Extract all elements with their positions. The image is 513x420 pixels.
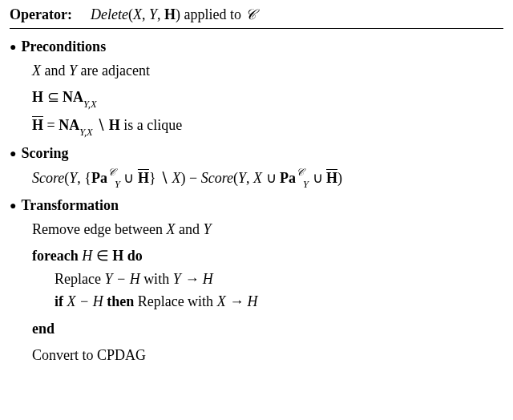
applied-to: applied to [184, 6, 240, 22]
score-pa-sub2: Y [303, 179, 309, 190]
score-y2: Y [238, 170, 246, 186]
precond2-h: H [32, 89, 43, 105]
kw-do: do [123, 248, 143, 264]
score-close2: ) [337, 170, 342, 186]
if-cond: X − H [67, 293, 103, 309]
transform-remove-edge: Remove edge between X and Y [32, 219, 503, 240]
kw-foreach: foreach [32, 248, 82, 264]
precond3-eq: = [43, 117, 59, 133]
transform-if: if X − H then Replace with X → H [55, 291, 503, 313]
bullet-icon: ● [10, 42, 16, 53]
score-pa2: Pa [280, 170, 296, 186]
replace1-pre: Replace [55, 271, 104, 287]
transformation-label: Transformation [21, 197, 119, 214]
operator-label: Operator: [10, 6, 72, 22]
score-pa-sup1 [107, 167, 115, 178]
precond2-sub: Y,X [83, 99, 97, 110]
score2: Score [201, 170, 233, 186]
precondition-1: X and Y are adjacent [32, 60, 503, 82]
bullet-icon: ● [10, 148, 16, 160]
transform-foreach: foreach H ∈ H do [32, 245, 503, 267]
foreach-hbold: H [112, 248, 123, 264]
precond1-x: X [32, 63, 41, 79]
scoring-expression: Score(Y, {PaY ∪ H} ∖ X) − Score(Y, X ∪ P… [32, 167, 503, 191]
score-x2: X [253, 170, 262, 186]
scoring-heading: ● Scoring [10, 145, 503, 162]
precond1-y: Y [69, 63, 77, 79]
kw-if: if [55, 293, 67, 309]
score-pa1: Pa [91, 170, 107, 186]
precond2-subset: ⊆ [43, 89, 63, 105]
trans-y: Y [203, 221, 211, 237]
transform-convert: Convert to CPDAG [32, 345, 503, 366]
foreach-in: ∈ [92, 248, 112, 264]
cal-c [244, 6, 255, 22]
convert-cpdag: Convert to CPDAG [32, 347, 146, 363]
score-hbar1: H [138, 170, 149, 186]
precond3-setminus: ∖ [93, 117, 109, 133]
score-minus: − [186, 170, 201, 186]
op-close: ) [176, 6, 180, 22]
precond3-hbar: H [32, 117, 43, 133]
bullet-icon: ● [10, 200, 16, 212]
kw-then: then [103, 293, 138, 309]
divider [10, 28, 503, 29]
op-arg-x: X [133, 6, 142, 22]
preconditions-heading: ● Preconditions [10, 38, 503, 55]
score-setminus: ∖ [156, 170, 172, 186]
replace1-with: with [140, 271, 173, 287]
score-pa-sup2 [296, 167, 303, 178]
score-lb: { [84, 170, 91, 186]
transformation-heading: ● Transformation [10, 197, 503, 214]
replace1-dst: Y → H [173, 271, 213, 287]
score-cup2a: ∪ [262, 170, 280, 186]
scoring-label: Scoring [21, 145, 68, 162]
replace2-dst: X → H [217, 293, 258, 309]
op-arg-y: Y [149, 6, 157, 22]
operator-name: Delete [91, 6, 128, 22]
replace2-pre: Replace with [138, 293, 217, 309]
score-y1: Y [69, 170, 77, 186]
score-comma2: , [246, 170, 253, 186]
trans-x: X [166, 221, 175, 237]
precond3-sub: Y,X [79, 127, 93, 138]
kw-end: end [32, 321, 55, 337]
trans-and: and [175, 221, 203, 237]
score-cup1: ∪ [120, 170, 138, 186]
precond3-h: H [109, 117, 120, 133]
score-rb: } [149, 170, 156, 186]
preconditions-label: Preconditions [21, 38, 106, 55]
score-pa-sub1: Y [115, 179, 120, 190]
precond1-and: and [41, 63, 69, 79]
precond2-na: NA [63, 89, 83, 105]
replace1-src: Y − H [104, 271, 139, 287]
trans-rem: Remove edge between [32, 221, 166, 237]
score1: Score [32, 170, 64, 186]
foreach-h: H [82, 248, 92, 264]
op-arg-h: H [164, 6, 176, 22]
score-hbar2: H [326, 170, 337, 186]
score-comma1: , [77, 170, 84, 186]
precondition-3: H = NAY,X ∖ H is a clique [32, 115, 503, 138]
precond1-adj: are adjacent [77, 63, 150, 79]
score-x1: X [172, 170, 181, 186]
transform-end: end [32, 318, 503, 340]
precond3-clique: is a clique [120, 117, 182, 133]
score-cup2b: ∪ [309, 170, 326, 186]
precond3-na: NA [59, 117, 79, 133]
precondition-2: H ⊆ NAY,X [32, 87, 503, 110]
transform-replace-yh: Replace Y − H with Y → H [55, 269, 503, 291]
operator-line: Operator: Delete(X, Y, H) applied to [10, 6, 503, 23]
